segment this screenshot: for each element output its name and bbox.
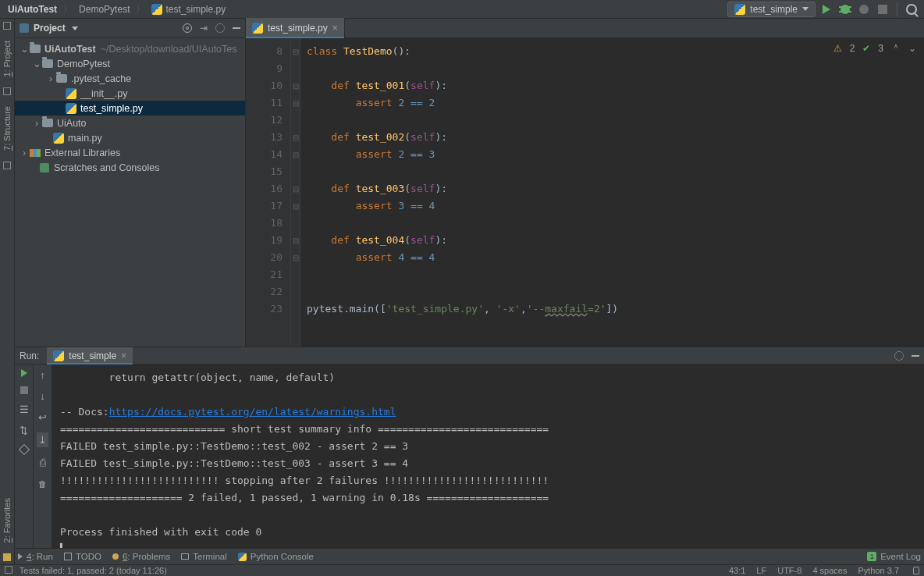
tree-label: UiAuto: [57, 118, 87, 129]
file-encoding[interactable]: UTF-8: [777, 566, 801, 575]
breadcrumb-root[interactable]: UiAutoTest: [5, 4, 60, 15]
run-tab[interactable]: test_simple ×: [47, 347, 133, 364]
tree-label: test_simple.py: [80, 103, 143, 114]
tree-dir-uiauto[interactable]: › UiAuto: [15, 116, 245, 130]
tree-label: main.py: [68, 133, 102, 144]
run-tab-label: test_simple: [69, 350, 116, 361]
layout-icon[interactable]: [20, 404, 29, 415]
filter-icon[interactable]: ⇅: [20, 425, 28, 436]
checkmark-icon: ✔: [862, 43, 870, 54]
tree-external-libs[interactable]: › External Libraries: [15, 145, 245, 160]
tree-label: External Libraries: [44, 148, 120, 158]
chevron-up-icon[interactable]: ＾: [891, 41, 901, 55]
status-icon: [5, 566, 12, 574]
code-text[interactable]: class TestDemo(): def test_001(self): as…: [300, 38, 924, 347]
locate-icon[interactable]: [183, 23, 192, 33]
python-interpreter[interactable]: Python 3.7: [858, 566, 899, 575]
chevron-right-icon: 〉: [136, 2, 145, 16]
bottom-tab-event-log[interactable]: 1Event Log: [867, 552, 921, 561]
ok-count: 3: [878, 43, 883, 54]
run-title: Run:: [20, 350, 39, 361]
down-icon[interactable]: [40, 390, 45, 402]
python-file-icon: [53, 350, 64, 361]
tree-label: DemoPytest: [57, 59, 110, 69]
close-icon[interactable]: ×: [332, 23, 338, 34]
rail-icon[interactable]: [3, 22, 11, 30]
fold-column[interactable]: ⊟⊟⊟ ⊟⊟⊟⊟ ⊟⊟: [291, 38, 300, 347]
tree-dir-demopytest[interactable]: ⌄ DemoPytest: [15, 56, 245, 71]
rail-icon[interactable]: [3, 162, 11, 169]
tree-file-test-simple[interactable]: test_simple.py: [15, 101, 245, 116]
pin-icon[interactable]: [18, 444, 29, 455]
breadcrumb-module[interactable]: DemoPytest: [76, 4, 133, 15]
bottom-tool-tabs: 4: Run TODO 6: Problems Terminal Python …: [15, 548, 924, 564]
line-separator[interactable]: LF: [756, 566, 766, 575]
rail-favorites-tab[interactable]: 2: Favorites: [1, 490, 13, 550]
close-icon[interactable]: ×: [121, 350, 126, 361]
caret-position[interactable]: 43:1: [729, 566, 745, 575]
soft-wrap-icon[interactable]: [38, 411, 47, 423]
minimize-icon[interactable]: [912, 355, 919, 357]
tree-root-path: ~/Desktop/download/UIAutoTes: [101, 44, 237, 55]
coverage-button[interactable]: [856, 2, 872, 17]
search-icon: [906, 4, 917, 15]
tree-root[interactable]: ⌄ UiAutoTest ~/Desktop/download/UIAutoTe…: [15, 41, 245, 56]
run-button[interactable]: [819, 2, 834, 17]
indent-setting[interactable]: 4 spaces: [812, 566, 847, 575]
inspection-badges[interactable]: ⚠ 2 ✔ 3 ＾ ⌄: [833, 41, 916, 55]
bottom-tab-todo[interactable]: TODO: [64, 552, 101, 561]
run-configuration-selector[interactable]: test_simple: [727, 2, 816, 17]
bottom-tab-python-console[interactable]: Python Console: [238, 552, 314, 561]
tree-dir-cache[interactable]: › .pytest_cache: [15, 71, 245, 86]
play-icon: [823, 5, 830, 14]
tree-scratches[interactable]: Scratches and Consoles: [15, 160, 245, 175]
rail-icon[interactable]: [3, 553, 11, 561]
warning-icon: [112, 553, 119, 560]
collapse-all-icon[interactable]: ⇥: [200, 23, 208, 33]
lock-icon[interactable]: [913, 567, 919, 574]
tree-label: .pytest_cache: [71, 73, 131, 84]
scroll-to-end-icon[interactable]: ⤓: [37, 432, 48, 447]
tree-file-main[interactable]: main.py: [15, 130, 245, 145]
rail-icon[interactable]: [3, 87, 11, 95]
console-output[interactable]: return getattr(object, name, default) --…: [52, 364, 924, 563]
editor-tab-test-simple[interactable]: test_simple.py ×: [246, 18, 345, 37]
run-header: Run: test_simple ×: [15, 347, 924, 364]
minimize-icon[interactable]: [233, 27, 240, 29]
project-header: Project ⇥: [15, 19, 245, 38]
clear-icon[interactable]: [38, 478, 47, 489]
rail-project-tab[interactable]: 1: Project: [1, 33, 13, 84]
navigation-bar: UiAutoTest 〉 DemoPytest 〉 test_simple.py…: [0, 0, 924, 19]
status-message: Tests failed: 1, passed: 2 (today 11:26): [20, 566, 167, 575]
play-icon: [18, 553, 23, 560]
breadcrumb-file[interactable]: test_simple.py: [148, 4, 229, 15]
warning-icon: ⚠: [833, 43, 842, 54]
rail-structure-tab[interactable]: 7: Structure: [1, 98, 13, 158]
stop-button[interactable]: [875, 2, 890, 17]
gear-icon[interactable]: [894, 351, 904, 361]
bottom-tab-problems[interactable]: 6: Problems: [112, 552, 170, 561]
tree-file-init[interactable]: __init__.py: [15, 86, 245, 101]
bottom-tab-run[interactable]: 4: Run: [18, 552, 53, 561]
print-icon[interactable]: [40, 457, 46, 468]
left-tool-rail: 1: Project 7: Structure 2: Favorites: [0, 19, 15, 564]
python-file-icon: [151, 4, 162, 15]
debug-button[interactable]: [837, 2, 853, 17]
gear-icon[interactable]: [215, 23, 225, 33]
warnings-count: 2: [850, 43, 855, 54]
code-area[interactable]: ⚠ 2 ✔ 3 ＾ ⌄ 89 1011 1213 1415 1617 1819: [246, 38, 924, 347]
chevron-down-icon: [802, 7, 808, 11]
up-icon[interactable]: [40, 369, 45, 381]
project-title: Project: [34, 23, 66, 34]
search-everywhere-button[interactable]: [904, 2, 919, 17]
stop-icon[interactable]: [20, 386, 28, 394]
chevron-down-icon[interactable]: ⌄: [908, 43, 916, 54]
project-tool-window: Project ⇥ ⌄ UiAutoTest ~/Desktop/downl: [15, 19, 246, 347]
chevron-down-icon[interactable]: [72, 27, 78, 30]
bottom-tab-terminal[interactable]: Terminal: [181, 552, 226, 561]
rerun-icon[interactable]: [21, 369, 27, 377]
run-config-label: test_simple: [750, 4, 798, 15]
list-icon: [64, 553, 72, 560]
docs-link[interactable]: https://docs.pytest.org/en/latest/warnin…: [109, 406, 396, 418]
project-tree: ⌄ UiAutoTest ~/Desktop/download/UIAutoTe…: [15, 38, 245, 347]
